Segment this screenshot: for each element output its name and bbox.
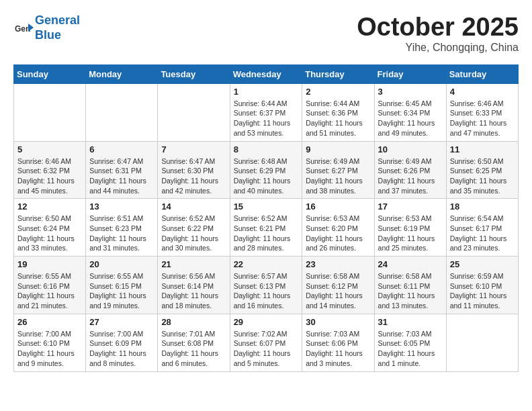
calendar-cell: 8Sunrise: 6:48 AM Sunset: 6:29 PM Daylig… bbox=[230, 141, 302, 199]
calendar-cell: 6Sunrise: 6:47 AM Sunset: 6:31 PM Daylig… bbox=[86, 141, 158, 199]
calendar-week-row: 26Sunrise: 7:00 AM Sunset: 6:10 PM Dayli… bbox=[14, 314, 519, 371]
day-number: 2 bbox=[306, 87, 370, 97]
calendar-cell: 7Sunrise: 6:47 AM Sunset: 6:30 PM Daylig… bbox=[158, 141, 230, 199]
calendar-cell bbox=[158, 83, 230, 141]
day-info: Sunrise: 6:47 AM Sunset: 6:31 PM Dayligh… bbox=[89, 156, 154, 196]
calendar-cell: 24Sunrise: 6:58 AM Sunset: 6:11 PM Dayli… bbox=[374, 257, 446, 314]
day-info: Sunrise: 7:00 AM Sunset: 6:10 PM Dayligh… bbox=[17, 329, 82, 369]
calendar-cell: 2Sunrise: 6:44 AM Sunset: 6:36 PM Daylig… bbox=[302, 83, 374, 141]
calendar-cell: 1Sunrise: 6:44 AM Sunset: 6:37 PM Daylig… bbox=[230, 83, 302, 141]
calendar-week-row: 19Sunrise: 6:55 AM Sunset: 6:16 PM Dayli… bbox=[14, 257, 519, 314]
calendar-cell bbox=[86, 83, 158, 141]
weekday-header-wednesday: Wednesday bbox=[230, 64, 302, 83]
calendar-cell: 16Sunrise: 6:53 AM Sunset: 6:20 PM Dayli… bbox=[302, 199, 374, 257]
logo-line2: Blue bbox=[35, 28, 61, 42]
day-number: 12 bbox=[17, 201, 82, 212]
day-number: 29 bbox=[234, 317, 299, 327]
svg-marker-1 bbox=[28, 24, 34, 32]
day-info: Sunrise: 7:03 AM Sunset: 6:05 PM Dayligh… bbox=[378, 329, 443, 369]
weekday-header-tuesday: Tuesday bbox=[158, 64, 230, 83]
day-number: 24 bbox=[378, 259, 443, 269]
day-number: 7 bbox=[161, 144, 226, 154]
day-info: Sunrise: 6:51 AM Sunset: 6:23 PM Dayligh… bbox=[89, 214, 154, 253]
day-number: 3 bbox=[378, 87, 443, 97]
day-info: Sunrise: 6:57 AM Sunset: 6:13 PM Dayligh… bbox=[234, 271, 299, 311]
day-number: 5 bbox=[17, 144, 82, 154]
day-info: Sunrise: 6:53 AM Sunset: 6:19 PM Dayligh… bbox=[378, 214, 443, 253]
calendar-week-row: 1Sunrise: 6:44 AM Sunset: 6:37 PM Daylig… bbox=[14, 83, 519, 141]
day-info: Sunrise: 6:46 AM Sunset: 6:32 PM Dayligh… bbox=[17, 156, 82, 196]
day-number: 14 bbox=[161, 201, 226, 212]
day-number: 11 bbox=[450, 144, 515, 154]
calendar-cell: 30Sunrise: 7:03 AM Sunset: 6:06 PM Dayli… bbox=[302, 314, 374, 371]
calendar-cell: 21Sunrise: 6:56 AM Sunset: 6:14 PM Dayli… bbox=[158, 257, 230, 314]
day-info: Sunrise: 6:46 AM Sunset: 6:33 PM Dayligh… bbox=[450, 99, 515, 138]
calendar-table: SundayMondayTuesdayWednesdayThursdayFrid… bbox=[13, 64, 519, 372]
calendar-cell: 28Sunrise: 7:01 AM Sunset: 6:08 PM Dayli… bbox=[158, 314, 230, 371]
day-info: Sunrise: 6:44 AM Sunset: 6:37 PM Dayligh… bbox=[234, 99, 299, 138]
day-number: 23 bbox=[306, 259, 370, 269]
day-number: 4 bbox=[450, 87, 515, 97]
day-number: 20 bbox=[89, 259, 154, 269]
day-number: 26 bbox=[17, 317, 82, 327]
day-info: Sunrise: 6:44 AM Sunset: 6:36 PM Dayligh… bbox=[306, 99, 370, 138]
weekday-header-row: SundayMondayTuesdayWednesdayThursdayFrid… bbox=[14, 64, 519, 83]
day-info: Sunrise: 6:52 AM Sunset: 6:21 PM Dayligh… bbox=[234, 214, 299, 253]
day-number: 8 bbox=[234, 144, 299, 154]
calendar-cell: 12Sunrise: 6:50 AM Sunset: 6:24 PM Dayli… bbox=[14, 199, 86, 257]
day-info: Sunrise: 6:56 AM Sunset: 6:14 PM Dayligh… bbox=[161, 271, 226, 311]
calendar-cell: 11Sunrise: 6:50 AM Sunset: 6:25 PM Dayli… bbox=[446, 141, 518, 199]
day-number: 6 bbox=[89, 144, 154, 154]
calendar-cell: 31Sunrise: 7:03 AM Sunset: 6:05 PM Dayli… bbox=[374, 314, 446, 371]
day-number: 25 bbox=[450, 259, 515, 269]
day-number: 30 bbox=[306, 317, 370, 327]
weekday-header-saturday: Saturday bbox=[446, 64, 518, 83]
calendar-week-row: 12Sunrise: 6:50 AM Sunset: 6:24 PM Dayli… bbox=[14, 199, 519, 257]
day-info: Sunrise: 6:45 AM Sunset: 6:34 PM Dayligh… bbox=[378, 99, 443, 138]
day-info: Sunrise: 7:02 AM Sunset: 6:07 PM Dayligh… bbox=[234, 329, 299, 369]
day-info: Sunrise: 6:49 AM Sunset: 6:27 PM Dayligh… bbox=[306, 156, 370, 196]
logo-icon: Gen bbox=[13, 18, 34, 38]
calendar-cell: 13Sunrise: 6:51 AM Sunset: 6:23 PM Dayli… bbox=[86, 199, 158, 257]
weekday-header-sunday: Sunday bbox=[14, 64, 86, 83]
day-number: 31 bbox=[378, 317, 443, 327]
day-number: 18 bbox=[450, 201, 515, 212]
day-info: Sunrise: 6:55 AM Sunset: 6:16 PM Dayligh… bbox=[17, 271, 82, 311]
calendar-cell: 10Sunrise: 6:49 AM Sunset: 6:26 PM Dayli… bbox=[374, 141, 446, 199]
calendar-cell: 27Sunrise: 7:00 AM Sunset: 6:09 PM Dayli… bbox=[86, 314, 158, 371]
month-title: October 2025 bbox=[357, 13, 519, 42]
day-info: Sunrise: 6:49 AM Sunset: 6:26 PM Dayligh… bbox=[378, 156, 443, 196]
calendar-cell: 26Sunrise: 7:00 AM Sunset: 6:10 PM Dayli… bbox=[14, 314, 86, 371]
day-info: Sunrise: 7:01 AM Sunset: 6:08 PM Dayligh… bbox=[161, 329, 226, 369]
day-number: 21 bbox=[161, 259, 226, 269]
title-block: October 2025 Yihe, Chongqing, China bbox=[357, 13, 519, 54]
calendar-cell: 23Sunrise: 6:58 AM Sunset: 6:12 PM Dayli… bbox=[302, 257, 374, 314]
day-info: Sunrise: 6:55 AM Sunset: 6:15 PM Dayligh… bbox=[89, 271, 154, 311]
calendar-cell: 17Sunrise: 6:53 AM Sunset: 6:19 PM Dayli… bbox=[374, 199, 446, 257]
logo: Gen General Blue bbox=[13, 13, 80, 42]
day-number: 17 bbox=[378, 201, 443, 212]
day-number: 27 bbox=[89, 317, 154, 327]
day-info: Sunrise: 6:54 AM Sunset: 6:17 PM Dayligh… bbox=[450, 214, 515, 253]
calendar-cell: 19Sunrise: 6:55 AM Sunset: 6:16 PM Dayli… bbox=[14, 257, 86, 314]
calendar-cell: 22Sunrise: 6:57 AM Sunset: 6:13 PM Dayli… bbox=[230, 257, 302, 314]
calendar-cell bbox=[446, 314, 518, 371]
day-info: Sunrise: 6:50 AM Sunset: 6:24 PM Dayligh… bbox=[17, 214, 82, 253]
day-info: Sunrise: 7:00 AM Sunset: 6:09 PM Dayligh… bbox=[89, 329, 154, 369]
calendar-cell: 15Sunrise: 6:52 AM Sunset: 6:21 PM Dayli… bbox=[230, 199, 302, 257]
weekday-header-thursday: Thursday bbox=[302, 64, 374, 83]
weekday-header-monday: Monday bbox=[86, 64, 158, 83]
calendar-week-row: 5Sunrise: 6:46 AM Sunset: 6:32 PM Daylig… bbox=[14, 141, 519, 199]
day-number: 13 bbox=[89, 201, 154, 212]
day-number: 16 bbox=[306, 201, 370, 212]
location-subtitle: Yihe, Chongqing, China bbox=[357, 42, 519, 54]
day-info: Sunrise: 6:53 AM Sunset: 6:20 PM Dayligh… bbox=[306, 214, 370, 253]
day-info: Sunrise: 6:58 AM Sunset: 6:11 PM Dayligh… bbox=[378, 271, 443, 311]
day-info: Sunrise: 6:58 AM Sunset: 6:12 PM Dayligh… bbox=[306, 271, 370, 311]
day-number: 9 bbox=[306, 144, 370, 154]
logo-line1: General bbox=[35, 13, 80, 27]
day-info: Sunrise: 6:50 AM Sunset: 6:25 PM Dayligh… bbox=[450, 156, 515, 196]
calendar-cell: 29Sunrise: 7:02 AM Sunset: 6:07 PM Dayli… bbox=[230, 314, 302, 371]
day-info: Sunrise: 7:03 AM Sunset: 6:06 PM Dayligh… bbox=[306, 329, 370, 369]
page-header: Gen General Blue October 2025 Yihe, Chon… bbox=[13, 13, 519, 54]
